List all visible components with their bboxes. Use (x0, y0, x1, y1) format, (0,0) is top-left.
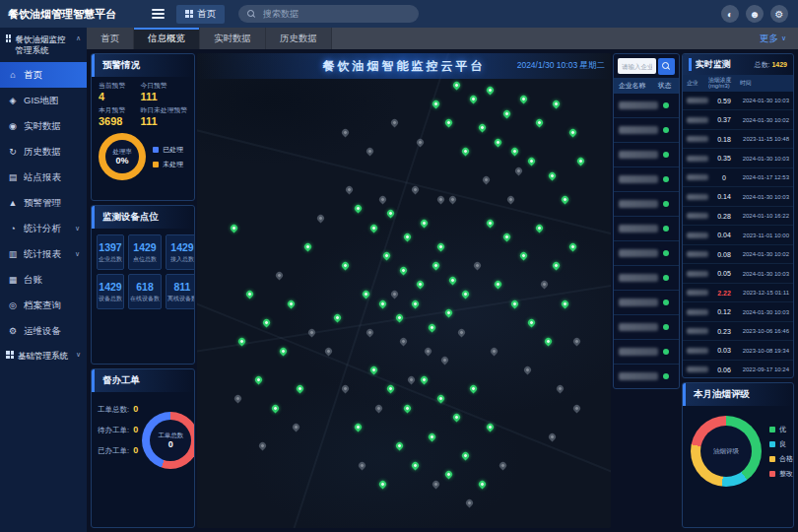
map-pin-offline[interactable] (424, 346, 433, 356)
map-pin-offline[interactable] (274, 270, 284, 280)
sidebar-item-统计报表[interactable]: ▥统计报表∨ (0, 241, 87, 267)
map-pin-online[interactable] (435, 241, 445, 251)
map-pin-offline[interactable] (481, 175, 491, 185)
theme-icon[interactable]: ◐ (721, 5, 739, 23)
map-pin-offline[interactable] (490, 346, 499, 356)
company-row[interactable] (614, 291, 679, 315)
realtime-row[interactable]: 0.082024-01-30 10:02 (683, 245, 793, 265)
map-pin-online[interactable] (486, 423, 496, 432)
map-pin-offline[interactable] (572, 403, 582, 413)
map-pin-offline[interactable] (473, 261, 483, 271)
tab-首页[interactable]: 首页 (87, 28, 134, 49)
map-pin-online[interactable] (415, 280, 425, 290)
map-pin-online[interactable] (377, 299, 387, 308)
map-pin-offline[interactable] (291, 423, 300, 432)
map-pin-offline[interactable] (390, 118, 400, 128)
realtime-row[interactable]: 0.142024-01-30 10:03 (683, 187, 793, 207)
map-pin-online[interactable] (477, 123, 487, 133)
map-pin-online[interactable] (353, 423, 363, 432)
map-pin-online[interactable] (576, 157, 586, 166)
map-pin-online[interactable] (237, 337, 247, 347)
map-pin-online[interactable] (419, 218, 429, 228)
map-pin-online[interactable] (548, 170, 558, 180)
map-pin-offline[interactable] (390, 290, 400, 299)
company-row[interactable] (614, 118, 679, 143)
realtime-row[interactable]: 0.052024-01-30 10:03 (683, 264, 793, 284)
map-pin-offline[interactable] (315, 213, 325, 223)
map-pin-online[interactable] (432, 100, 441, 109)
company-row[interactable] (614, 315, 679, 340)
map-pin-online[interactable] (477, 479, 487, 489)
map-pin-offline[interactable] (341, 128, 351, 138)
map-pin-online[interactable] (419, 374, 429, 384)
map-pin-online[interactable] (452, 80, 462, 90)
sidebar-item-档案查询[interactable]: ◎档案查询 (0, 293, 87, 318)
map-pin-offline[interactable] (373, 403, 383, 413)
realtime-row[interactable]: 0.282024-01-10 16:22 (683, 207, 793, 227)
user-avatar[interactable]: ☻ (746, 5, 764, 23)
map-pin-offline[interactable] (398, 337, 408, 347)
map-pin-online[interactable] (394, 441, 404, 451)
map-pin-offline[interactable] (456, 327, 466, 337)
realtime-row[interactable]: 0.062022-09-17 10:24 (683, 361, 793, 378)
map-pin-offline[interactable] (539, 280, 549, 290)
map-pin-online[interactable] (543, 337, 553, 347)
map-pin-online[interactable] (510, 147, 520, 157)
map-pin-online[interactable] (229, 223, 238, 233)
sidebar-item-预警管理[interactable]: ▲预警管理 (0, 190, 87, 216)
hamburger-menu-icon[interactable] (152, 9, 165, 19)
realtime-row[interactable]: 0.232023-10-06 16:46 (683, 322, 793, 342)
settings-icon[interactable]: ⚙ (770, 5, 788, 23)
map-pin-offline[interactable] (366, 147, 375, 157)
map-pin-online[interactable] (295, 384, 304, 394)
map-pin-online[interactable] (568, 128, 578, 138)
map-pin-online[interactable] (568, 241, 578, 251)
map-pin-online[interactable] (452, 413, 462, 423)
map-pin-online[interactable] (518, 95, 528, 104)
map-pin-offline[interactable] (307, 327, 317, 337)
map-pin-online[interactable] (362, 290, 371, 299)
map-pin-offline[interactable] (514, 166, 524, 175)
realtime-row[interactable]: 0.352024-01-30 10:03 (683, 149, 793, 168)
map-pin-online[interactable] (469, 384, 479, 394)
map-pin-online[interactable] (403, 403, 413, 413)
global-search[interactable] (238, 5, 419, 23)
map-pin-online[interactable] (510, 299, 520, 308)
company-row[interactable] (614, 143, 679, 167)
sidebar-item-台账[interactable]: ▦台账 (0, 267, 87, 293)
company-search-input[interactable] (618, 58, 656, 74)
map-pin-offline[interactable] (548, 432, 558, 441)
sidebar-section2-header[interactable]: 基础管理系统 ∨ (0, 344, 87, 368)
map-pin-online[interactable] (501, 108, 511, 118)
realtime-row[interactable]: 0.372024-01-30 10:02 (683, 110, 793, 130)
map-pin-online[interactable] (460, 450, 470, 460)
map-pin-online[interactable] (560, 299, 569, 308)
map-pin-online[interactable] (279, 346, 289, 356)
map-pin-offline[interactable] (448, 194, 458, 204)
map-pin-online[interactable] (353, 204, 363, 214)
map-pin-online[interactable] (332, 313, 342, 323)
realtime-row[interactable]: 0.122024-01-30 10:03 (683, 302, 793, 322)
map-pin-online[interactable] (270, 403, 280, 413)
company-search-button[interactable] (658, 58, 675, 75)
realtime-row[interactable]: 02024-01-17 12:53 (683, 168, 793, 188)
map-pin-online[interactable] (386, 209, 396, 219)
company-row[interactable] (614, 192, 679, 217)
map-pin-online[interactable] (469, 95, 479, 104)
map-pin-online[interactable] (527, 317, 537, 327)
company-row[interactable] (614, 340, 679, 365)
map-pin-online[interactable] (262, 317, 272, 327)
map-pin-offline[interactable] (407, 374, 417, 384)
map-pin-online[interactable] (394, 313, 404, 323)
map-pin-offline[interactable] (435, 194, 445, 204)
sidebar-item-站点报表[interactable]: ▤站点报表 (0, 165, 87, 190)
map-pin-online[interactable] (535, 223, 545, 233)
map-pin-online[interactable] (369, 223, 379, 233)
map-pin-online[interactable] (382, 251, 392, 261)
company-row[interactable] (614, 266, 679, 291)
map-pin-online[interactable] (411, 460, 421, 470)
map-pin-online[interactable] (444, 118, 454, 128)
home-nav-chip[interactable]: 首页 (176, 5, 225, 24)
map-pin-online[interactable] (527, 157, 537, 166)
map-pin-offline[interactable] (366, 327, 375, 337)
